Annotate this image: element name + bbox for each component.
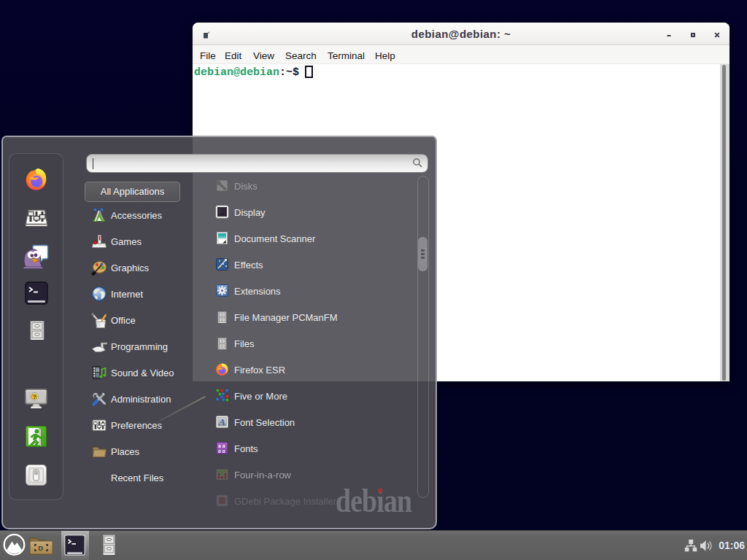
svg-text:A: A: [218, 416, 225, 427]
svg-text:D: D: [39, 545, 44, 552]
svg-text:?: ?: [33, 394, 36, 400]
svg-text:a a: a a: [218, 448, 225, 454]
